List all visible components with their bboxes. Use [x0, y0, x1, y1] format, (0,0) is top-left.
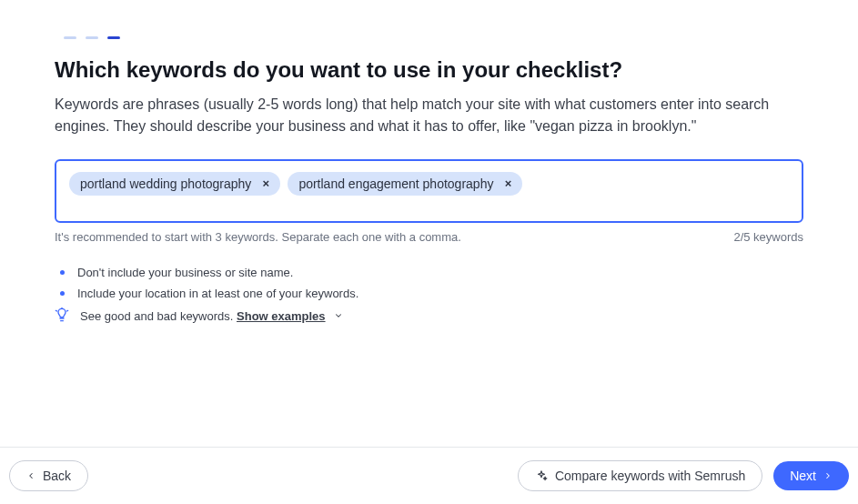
keyword-tag-label: portland engagement photography	[298, 176, 493, 192]
svg-line-1	[56, 310, 56, 311]
tip-text: See good and bad keywords. Show examples	[80, 309, 343, 323]
lightbulb-icon	[55, 307, 69, 325]
page-title: Which keywords do you want to use in you…	[55, 57, 803, 83]
chevron-right-icon	[823, 471, 833, 480]
chevron-down-icon	[334, 309, 343, 323]
compare-label: Compare keywords with Semrush	[555, 469, 745, 483]
remove-keyword-icon[interactable]: ×	[500, 176, 515, 191]
compare-keywords-button[interactable]: Compare keywords with Semrush	[518, 460, 762, 491]
progress-step	[86, 36, 98, 39]
sparkle-icon	[535, 469, 548, 482]
tip-item: See good and bad keywords. Show examples	[55, 307, 803, 325]
tips-list: Don't include your business or site name…	[55, 266, 803, 325]
remove-keyword-icon[interactable]: ×	[258, 176, 273, 191]
bullet-icon	[60, 270, 65, 275]
tip-text: Don't include your business or site name…	[77, 266, 293, 279]
next-button[interactable]: Next	[773, 461, 849, 490]
page-description: Keywords are phrases (usually 2-5 words …	[55, 94, 803, 137]
next-label: Next	[790, 469, 816, 483]
keyword-tag: portland wedding photography ×	[69, 172, 280, 196]
tip-item: Don't include your business or site name…	[55, 266, 803, 279]
footer-bar: Back Compare keywords with Semrush Next	[0, 447, 858, 504]
keywords-input[interactable]: portland wedding photography × portland …	[55, 159, 803, 223]
keyword-tag-label: portland wedding photography	[80, 176, 251, 192]
back-button[interactable]: Back	[9, 460, 88, 491]
tip-prefix: See good and bad keywords.	[80, 309, 237, 323]
keywords-count: 2/5 keywords	[733, 230, 803, 244]
show-examples-link[interactable]: Show examples	[237, 309, 326, 323]
tip-item: Include your location in at least one of…	[55, 287, 803, 300]
keyword-tag: portland engagement photography ×	[288, 172, 522, 196]
bullet-icon	[60, 291, 65, 296]
chevron-left-icon	[26, 471, 35, 480]
back-label: Back	[43, 469, 71, 483]
svg-line-2	[66, 310, 67, 311]
progress-step	[64, 36, 76, 39]
keywords-hint: It's recommended to start with 3 keyword…	[55, 230, 461, 244]
progress-step-current	[107, 36, 120, 39]
show-examples-label: Show examples	[237, 309, 326, 323]
tip-text: Include your location in at least one of…	[77, 287, 358, 300]
progress-indicator	[64, 36, 803, 39]
